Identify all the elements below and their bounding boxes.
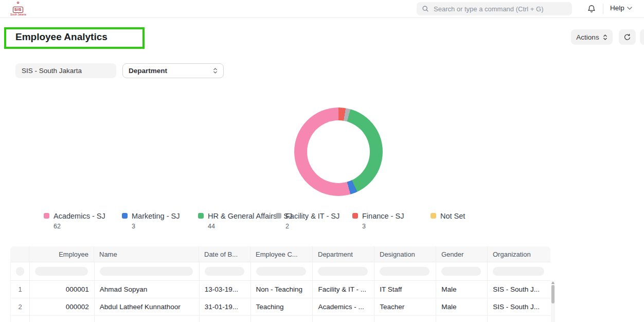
table-row[interactable]: 3 000003 Abdul Jalil Jamali 30-09-19... … [10,316,550,322]
scrollbar-thumb[interactable] [551,285,554,303]
navbar-divider [603,4,603,14]
cell-department[interactable]: Academics - ... [313,298,374,315]
legend-item: Not Set [431,211,465,223]
cell-dob[interactable]: 13-03-19... [200,281,251,298]
logo-text: SIS [13,7,23,13]
cell-name[interactable]: Abdul Jalil Jamali [95,316,200,322]
legend-item: Finance - SJ 3 [352,211,404,230]
cell-organization[interactable]: SIS - South J... [488,281,550,298]
column-header-dob[interactable]: Date of B... [199,246,251,262]
row-number: 3 [11,316,30,322]
employee-analytics-page: ✿ SIS South Jakarta Help Employee Analyt… [0,0,644,322]
legend-label: Finance - SJ [362,212,404,220]
cell-designation[interactable]: SSA Coordin... [374,316,436,322]
row-number: 1 [11,281,30,298]
table-row[interactable]: 2 000002 Abdul Latheef Kunnathoor 31-01-… [10,298,550,316]
table-scrollbar[interactable] [551,281,555,322]
filter-cell [313,262,374,280]
legend-count: 3 [132,223,180,230]
legend-item: Academics - SJ 62 [44,211,105,230]
filter-cell [30,262,95,280]
company-filter-value: SIS - South Jakarta [22,67,82,75]
cell-dob[interactable]: 30-09-19... [200,316,251,322]
row-number: 2 [11,298,30,315]
search-input[interactable] [433,5,567,13]
chevron-down-icon [627,7,632,10]
clipped-edge-button[interactable] [640,29,644,45]
refresh-button[interactable] [619,29,636,45]
cell-designation[interactable]: IT Staff [374,281,436,298]
column-filter-input[interactable] [16,267,24,276]
cell-name[interactable]: Abdul Latheef Kunnathoor [95,298,200,315]
column-header-organization[interactable]: Organization [488,246,550,262]
cell-organization[interactable]: SIS - South J... [488,316,550,322]
legend-swatch [122,213,128,219]
legend-label: Facility & IT - SJ [285,212,339,220]
legend-item: Facility & IT - SJ 2 [276,211,339,230]
group-by-value: Department [129,67,167,75]
help-menu[interactable]: Help [610,4,632,12]
filter-cell [374,262,436,280]
app-logo[interactable]: ✿ SIS South Jakarta [10,2,26,16]
cell-employee-id[interactable]: 000003 [30,316,95,322]
table-filter-row [10,262,550,281]
legend-count: 3 [362,223,404,230]
column-filter-input[interactable] [318,267,368,276]
actions-button[interactable]: Actions [571,29,613,45]
cell-employee-category[interactable]: Teaching [251,316,313,322]
legend-label: Academics - SJ [53,212,105,220]
cell-employee-id[interactable]: 000001 [30,281,95,298]
cell-gender[interactable]: Male [436,298,488,315]
column-header-name[interactable]: Name [94,246,199,262]
cell-department[interactable]: Academics - ... [313,316,374,322]
table-header-row: Employee Name Date of B... Employee C...… [10,246,550,262]
legend-swatch [44,213,49,219]
legend-count: 2 [285,223,339,230]
actions-label: Actions [576,33,599,41]
legend-count: 62 [53,223,105,230]
legend-swatch [352,213,358,219]
global-search[interactable] [417,2,572,15]
legend-label: Not Set [440,212,465,220]
cell-organization[interactable]: SIS - South J... [488,298,550,315]
column-filter-input[interactable] [205,267,244,276]
cell-name[interactable]: Ahmad Sopyan [95,281,200,298]
cell-dob[interactable]: 31-01-19... [200,298,251,315]
select-chevrons-icon [213,67,218,74]
column-filter-input[interactable] [493,267,544,276]
cell-designation[interactable]: Teacher [374,298,436,315]
filter-cell [11,262,30,280]
table-row[interactable]: 1 000001 Ahmad Sopyan 13-03-19... Non - … [10,281,550,298]
column-header-gender[interactable]: Gender [436,246,488,262]
cell-employee-category[interactable]: Non - Teaching [251,281,313,298]
column-filter-input[interactable] [35,267,88,276]
column-header-employee[interactable]: Employee [29,246,94,262]
cell-employee-category[interactable]: Teaching [251,298,313,315]
group-by-select[interactable]: Department [122,63,224,78]
company-filter-input[interactable]: SIS - South Jakarta [15,63,116,78]
column-header-department[interactable]: Department [313,246,374,262]
filter-cell [436,262,488,280]
logo-crest-icon: ✿ [10,2,26,4]
select-chevrons-icon [603,34,607,41]
filter-cell [251,262,313,280]
column-header-designation[interactable]: Designation [374,246,436,262]
cell-department[interactable]: Facility & IT - ... [313,281,374,298]
column-filter-input[interactable] [256,267,307,276]
legend-label: Marketing - SJ [132,212,180,220]
column-filter-input[interactable] [441,267,481,276]
legend-swatch [198,213,204,219]
cell-gender[interactable]: Male [436,316,488,322]
donut-chart[interactable] [294,108,383,196]
column-header-employee-category[interactable]: Employee C... [251,246,313,262]
page-title: Employee Analytics [15,31,108,43]
cell-gender[interactable]: Male [436,281,488,298]
column-filter-input[interactable] [380,267,430,276]
filter-cell [200,262,251,280]
column-filter-input[interactable] [100,267,193,276]
cell-employee-id[interactable]: 000002 [30,298,95,315]
notifications-bell-icon[interactable] [587,4,596,13]
logo-caption: South Jakarta [10,13,26,16]
column-header[interactable] [10,246,29,262]
scrollbar-up-arrow-icon[interactable] [551,281,554,284]
